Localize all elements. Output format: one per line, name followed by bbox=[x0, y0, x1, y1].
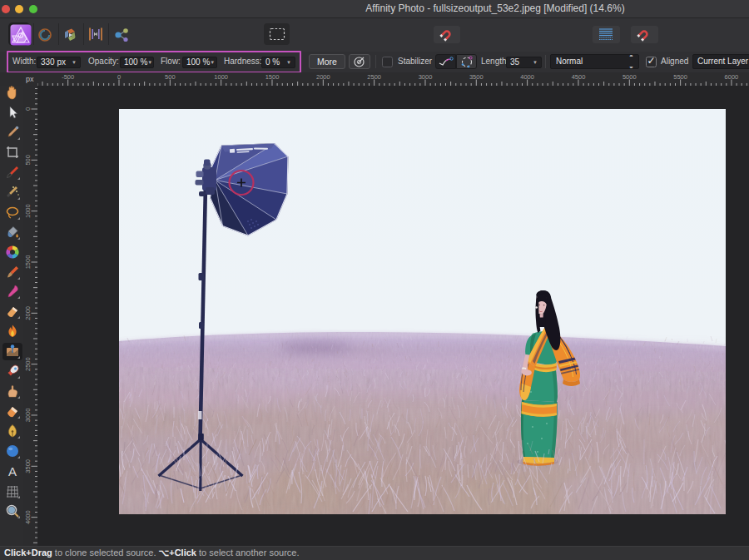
svg-text:1000: 1000 bbox=[24, 204, 32, 218]
svg-text:3000: 3000 bbox=[24, 409, 32, 423]
svg-text:2500: 2500 bbox=[24, 357, 32, 371]
svg-text:-500: -500 bbox=[62, 73, 74, 81]
svg-text:1000: 1000 bbox=[214, 73, 228, 81]
svg-text:500: 500 bbox=[24, 155, 32, 166]
svg-text:6000: 6000 bbox=[725, 73, 739, 81]
svg-text:3500: 3500 bbox=[469, 73, 484, 81]
svg-text:0: 0 bbox=[24, 107, 32, 111]
svg-text:5500: 5500 bbox=[673, 73, 687, 81]
svg-text:500: 500 bbox=[165, 73, 176, 81]
svg-text:0: 0 bbox=[117, 73, 121, 81]
svg-text:4000: 4000 bbox=[520, 73, 534, 81]
svg-text:5000: 5000 bbox=[623, 73, 637, 81]
svg-text:2500: 2500 bbox=[367, 73, 381, 81]
svg-text:4000: 4000 bbox=[24, 510, 32, 524]
svg-text:1500: 1500 bbox=[24, 255, 32, 270]
svg-text:A: A bbox=[8, 464, 17, 478]
svg-text:4500: 4500 bbox=[572, 73, 586, 81]
svg-text:1500: 1500 bbox=[265, 73, 280, 81]
svg-text:2000: 2000 bbox=[24, 306, 32, 320]
svg-text:2000: 2000 bbox=[316, 73, 330, 81]
svg-text:3000: 3000 bbox=[419, 73, 433, 81]
svg-text:3500: 3500 bbox=[24, 459, 32, 473]
